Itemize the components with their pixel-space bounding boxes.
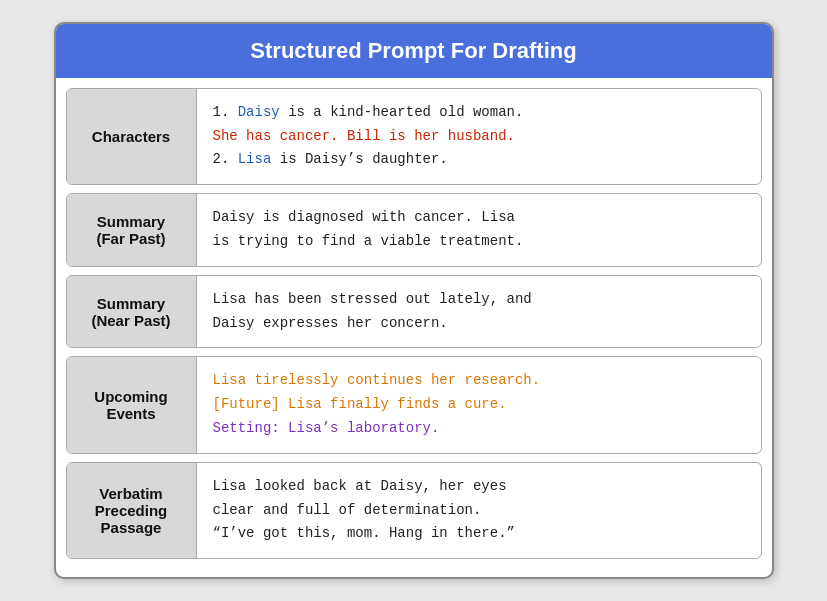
label-upcoming: Upcoming Events — [67, 357, 197, 452]
text-line: Lisa tirelessly continues her research. — [213, 369, 745, 393]
text-segment: Daisy — [238, 104, 280, 120]
label-summary-far: Summary (Far Past) — [67, 194, 197, 266]
text-line: “I’ve got this, mom. Hang in there.” — [213, 522, 745, 546]
text-segment: She has cancer. — [213, 128, 339, 144]
text-line: Daisy is diagnosed with cancer. Lisa — [213, 206, 745, 230]
row-summary-near: Summary (Near Past)Lisa has been stresse… — [66, 275, 762, 349]
row-upcoming: Upcoming EventsLisa tirelessly continues… — [66, 356, 762, 453]
text-segment: Lisa — [238, 151, 272, 167]
text-segment: Daisy is diagnosed with cancer. Lisa — [213, 209, 515, 225]
text-line: Lisa has been stressed out lately, and — [213, 288, 745, 312]
text-segment: “I’ve got this, mom. Hang in there.” — [213, 525, 515, 541]
content-verbatim: Lisa looked back at Daisy, her eyes clea… — [197, 463, 761, 558]
text-segment: is Daisy’s daughter. — [271, 151, 447, 167]
text-line: 1. Daisy is a kind-hearted old woman. — [213, 101, 745, 125]
content-summary-near: Lisa has been stressed out lately, andDa… — [197, 276, 761, 348]
page-title: Structured Prompt For Drafting — [76, 38, 752, 64]
text-line: Daisy expresses her concern. — [213, 312, 745, 336]
label-verbatim: Verbatim Preceding Passage — [67, 463, 197, 558]
text-segment — [339, 128, 347, 144]
content-summary-far: Daisy is diagnosed with cancer. Lisais t… — [197, 194, 761, 266]
row-verbatim: Verbatim Preceding PassageLisa looked ba… — [66, 462, 762, 559]
text-segment: clear and full of determination. — [213, 502, 482, 518]
label-characters: Characters — [67, 89, 197, 184]
text-line: [Future] Lisa finally finds a cure. — [213, 393, 745, 417]
label-summary-near: Summary (Near Past) — [67, 276, 197, 348]
text-segment: 2. — [213, 151, 238, 167]
text-segment: 1. — [213, 104, 238, 120]
content-upcoming: Lisa tirelessly continues her research.[… — [197, 357, 761, 452]
table-container: Characters1. Daisy is a kind-hearted old… — [56, 78, 772, 577]
text-segment: Lisa tirelessly continues her research. — [213, 372, 541, 388]
card-header: Structured Prompt For Drafting — [56, 24, 772, 78]
text-segment: is a kind-hearted old woman. — [280, 104, 524, 120]
text-segment: Daisy expresses her concern. — [213, 315, 448, 331]
text-segment: [Future] Lisa finally finds a cure. — [213, 396, 507, 412]
text-line: 2. Lisa is Daisy’s daughter. — [213, 148, 745, 172]
text-segment: is trying to find a viable treatment. — [213, 233, 524, 249]
text-segment: Lisa looked back at Daisy, her eyes — [213, 478, 507, 494]
text-line: Lisa looked back at Daisy, her eyes — [213, 475, 745, 499]
text-line: She has cancer. Bill is her husband. — [213, 125, 745, 149]
text-segment: Bill is her husband. — [347, 128, 515, 144]
text-segment: Setting: Lisa’s laboratory. — [213, 420, 440, 436]
text-segment: Lisa has been stressed out lately, and — [213, 291, 532, 307]
text-line: is trying to find a viable treatment. — [213, 230, 745, 254]
content-characters: 1. Daisy is a kind-hearted old woman. Sh… — [197, 89, 761, 184]
text-line: clear and full of determination. — [213, 499, 745, 523]
row-summary-far: Summary (Far Past)Daisy is diagnosed wit… — [66, 193, 762, 267]
row-characters: Characters1. Daisy is a kind-hearted old… — [66, 88, 762, 185]
main-card: Structured Prompt For Drafting Character… — [54, 22, 774, 579]
text-line: Setting: Lisa’s laboratory. — [213, 417, 745, 441]
